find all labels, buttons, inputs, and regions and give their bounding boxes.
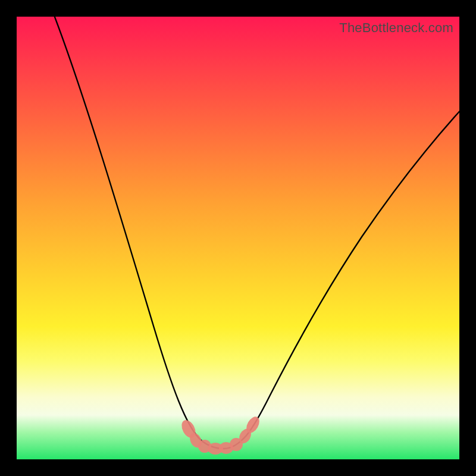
- chart-frame: TheBottleneck.com: [0, 0, 476, 476]
- plot-area: TheBottleneck.com: [17, 17, 459, 459]
- curve-path: [52, 17, 459, 449]
- bottleneck-curve: [17, 17, 459, 459]
- marker-blobs: [179, 415, 262, 455]
